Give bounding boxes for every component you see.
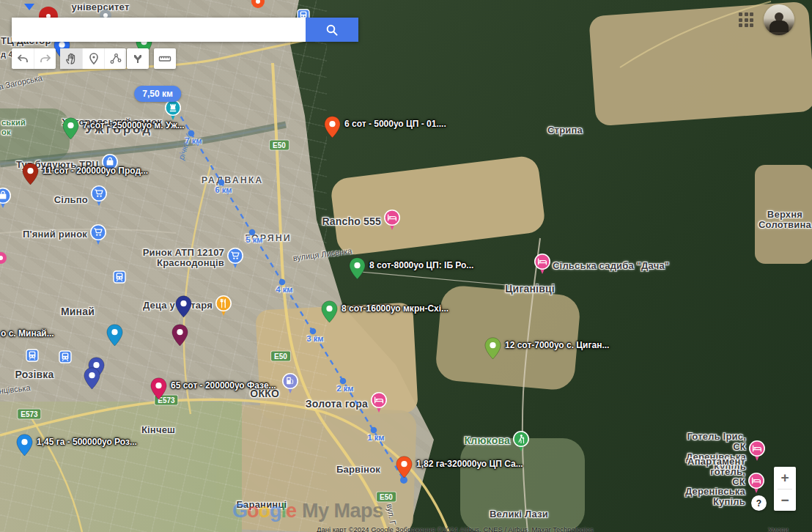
toolbar-measure-group [154,48,176,69]
hiker-poi-icon[interactable] [512,430,530,455]
hotel-poi-icon[interactable] [370,391,388,416]
property-pin[interactable] [171,324,188,350]
zoom-control: + − [774,467,796,511]
add-directions-button[interactable] [127,48,149,69]
user-avatar[interactable] [764,4,794,35]
hotel-poi-icon[interactable] [748,472,765,497]
property-pin[interactable] [62,117,79,143]
ruler-icon [158,52,171,65]
pin-label: о с. Минай... [1,328,54,339]
redo-icon [39,52,52,65]
property-pin[interactable] [349,257,366,283]
marker-hole [256,0,260,4]
hotel-poi-icon[interactable] [748,440,766,465]
pin-label: 1,45 га - 500000уо Роз... [37,437,137,447]
property-pin[interactable] [321,300,338,326]
measure-mark-label: 7 км [185,136,202,145]
property-pin[interactable] [106,324,123,350]
cart-poi-icon[interactable] [90,185,108,210]
hotel-poi-icon[interactable] [534,253,551,278]
measure-mark-label: 5 км [246,235,263,244]
apps-grid-icon[interactable] [739,12,753,27]
help-button[interactable]: ? [751,495,767,511]
marker-icon [87,52,100,65]
hand-icon [64,52,78,65]
measure-tool-button[interactable] [154,48,176,69]
search-bar [12,18,358,42]
measure-total-badge: 7,50 км [134,86,181,102]
measure-mark-label: 3 км [307,334,324,343]
property-pin[interactable] [324,116,341,141]
search-button[interactable] [306,18,358,42]
toolbar-draw-group [60,48,126,69]
pin-label: 1,82 га-320000уо ЦП Са... [416,459,523,469]
measure-mark-label: 2 км [337,384,354,393]
property-pin[interactable] [84,367,100,393]
undo-icon [16,52,29,65]
line-icon [109,52,122,65]
pin-label: 6 сот - 5000уо ЦП - 01.... [344,119,446,129]
hotel-poi-icon[interactable] [383,209,401,234]
pin-label: 65 сот - 200000уо Фазе... [171,380,276,391]
terms-link[interactable]: Умови [768,525,789,532]
toolbar-directions-group [127,48,149,69]
pin-label: 7 сот - 250000уо м. Уж... [83,120,185,130]
directions-icon [131,52,144,65]
redo-button[interactable] [34,48,56,69]
search-icon [325,23,339,37]
property-pin[interactable] [175,295,192,321]
marker-tip[interactable] [24,0,34,13]
pin-label: 11 сот - 200000уо Прод... [43,166,148,176]
fuel-poi-icon[interactable] [281,372,299,397]
property-pin[interactable] [484,337,501,363]
zoom-out-button[interactable]: − [774,489,796,511]
train-poi-icon[interactable] [59,350,72,366]
train-poi-icon[interactable] [113,270,126,287]
measure-mark-label: 6 км [215,185,232,194]
undo-button[interactable] [12,48,34,69]
map-canvas[interactable]: університетУжгородРАДВАНКАГОРЯНИСтрипаЦи… [0,0,812,532]
map-attribution: Дані карт ©2024 Google Зображення ©2024 … [317,525,594,532]
property-pin[interactable] [150,377,167,403]
property-pin[interactable] [22,163,39,188]
draw-line-tool-button[interactable] [104,48,126,69]
pan-tool-button[interactable] [60,48,82,69]
property-pin[interactable] [16,434,33,459]
pin-label: 8 сот-8000уо ЦП: ІБ Ро... [369,260,473,270]
property-pin[interactable] [396,456,413,481]
restaurant-poi-icon[interactable] [215,295,232,319]
zoom-in-button[interactable]: + [774,467,796,489]
search-input[interactable] [12,18,306,42]
add-marker-tool-button[interactable] [82,48,104,69]
train-poi-icon[interactable] [26,349,39,365]
pin-label: 12 сот-7000уо с. Циган... [505,340,609,350]
bag-poi-icon[interactable] [0,187,12,212]
measure-mark-label: 4 км [276,285,293,294]
measure-mark-label: 1 км [368,433,385,442]
cart-poi-icon[interactable] [89,223,107,248]
pin-label: 8 сот-16000уо мкрн-Схі... [342,303,449,314]
cart-poi-icon[interactable] [226,247,244,272]
toolbar-history-group [12,48,56,69]
marker-hole [0,256,3,260]
